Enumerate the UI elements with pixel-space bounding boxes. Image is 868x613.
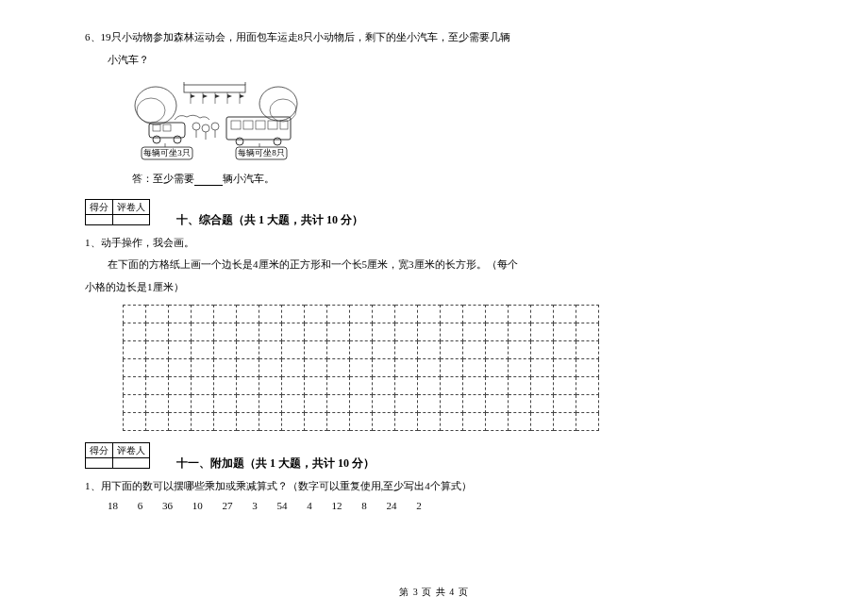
section10-header: 得分 评卷人 十、综合题（共 1 大题，共计 10 分） (85, 199, 783, 228)
num-2: 36 (162, 500, 173, 511)
page-content: 6、19只小动物参加森林运动会，用面包车运走8只小动物后，剩下的坐小汽车，至少需… (85, 28, 783, 511)
num-3: 10 (192, 500, 203, 511)
svg-point-22 (192, 123, 200, 130)
num-6: 54 (277, 500, 288, 511)
svg-rect-29 (231, 121, 241, 129)
score-blank2-11[interactable] (113, 457, 150, 468)
answer-suffix: 辆小汽车。 (223, 173, 275, 184)
score-table-11: 得分 评卷人 (85, 442, 150, 469)
s11-q1-num: 1、 (85, 480, 101, 491)
svg-marker-16 (240, 94, 244, 98)
svg-point-34 (236, 138, 243, 145)
caption-right-text: 每辆可坐8只 (238, 148, 285, 157)
num-10: 24 (387, 500, 397, 511)
score-table-10: 得分 评卷人 (85, 199, 150, 225)
num-5: 3 (252, 500, 258, 511)
svg-marker-14 (227, 94, 232, 98)
svg-rect-30 (243, 121, 253, 129)
page-footer: 第 3 页 共 4 页 (0, 586, 868, 599)
num-4: 27 (223, 500, 233, 511)
svg-marker-10 (203, 94, 208, 98)
s11-q1-text: 用下面的数可以摆哪些乘加或乘减算式？（数字可以重复使用,至少写出4个算式） (101, 480, 472, 491)
score-col2-11: 评卷人 (113, 442, 150, 457)
section11-title: 十一、附加题（共 1 大题，共计 10 分） (176, 456, 375, 472)
s10-q1-num: 1、 (85, 237, 101, 248)
score-blank1[interactable] (86, 214, 113, 224)
answer-blank[interactable] (194, 174, 223, 186)
q6-text: 6、19只小动物参加森林运动会，用面包车运走8只小动物后，剩下的坐小汽车，至少需… (85, 28, 783, 47)
svg-marker-8 (191, 94, 195, 98)
q6-line1: 19只小动物参加森林运动会，用面包车运走8只小动物后，剩下的坐小汽车，至少需要几… (101, 31, 511, 42)
svg-point-24 (211, 123, 219, 130)
score-col1-11: 得分 (86, 442, 113, 457)
q6-answer: 答：至少需要辆小汽车。 (132, 172, 783, 186)
svg-rect-17 (149, 123, 185, 138)
svg-point-3 (270, 99, 296, 122)
q6-number: 6、 (85, 31, 101, 42)
score-blank1-11[interactable] (86, 457, 113, 468)
answer-prefix: 答：至少需要 (132, 173, 194, 184)
svg-rect-4 (184, 85, 245, 92)
q6-line2: 小汽车？ (85, 51, 783, 70)
grid-table (123, 305, 599, 431)
num-7: 4 (307, 500, 312, 511)
s10-q1-line3: 小格的边长是1厘米） (85, 278, 783, 297)
s11-q1: 1、用下面的数可以摆哪些乘加或乘减算式？（数字可以重复使用,至少写出4个算式） (85, 477, 783, 496)
num-8: 12 (332, 500, 342, 511)
svg-point-2 (259, 87, 297, 121)
score-col2: 评卷人 (113, 199, 150, 214)
svg-marker-12 (215, 94, 220, 98)
svg-rect-18 (153, 124, 160, 131)
num-11: 2 (416, 500, 422, 511)
svg-rect-33 (280, 121, 288, 129)
num-0: 18 (108, 500, 118, 511)
s10-q1-line2: 在下面的方格纸上画一个边长是4厘米的正方形和一个长5厘米，宽3厘米的长方形。（每… (85, 256, 783, 274)
score-blank2[interactable] (113, 214, 150, 224)
number-list: 18 6 36 10 27 3 54 4 12 8 24 2 (85, 500, 783, 511)
caption-left-text: 每辆可坐3只 (143, 148, 191, 157)
svg-rect-32 (268, 121, 277, 129)
num-9: 8 (361, 500, 367, 511)
section11-header: 得分 评卷人 十一、附加题（共 1 大题，共计 10 分） (85, 442, 783, 472)
s10-q1-text1: 动手操作，我会画。 (101, 237, 194, 248)
score-col1: 得分 (86, 199, 113, 214)
svg-point-35 (274, 138, 281, 145)
svg-point-1 (137, 98, 165, 123)
svg-point-20 (153, 136, 160, 143)
svg-rect-31 (256, 121, 265, 129)
svg-rect-19 (163, 124, 171, 131)
svg-point-23 (202, 124, 209, 132)
section10-title: 十、综合题（共 1 大题，共计 10 分） (176, 212, 363, 228)
s10-q1-line1: 1、动手操作，我会画。 (85, 234, 783, 253)
q6-illustration: 每辆可坐3只 每辆可坐8只 (132, 77, 783, 162)
grid-paper[interactable] (123, 305, 783, 431)
svg-point-21 (174, 136, 181, 143)
num-1: 6 (138, 500, 143, 511)
